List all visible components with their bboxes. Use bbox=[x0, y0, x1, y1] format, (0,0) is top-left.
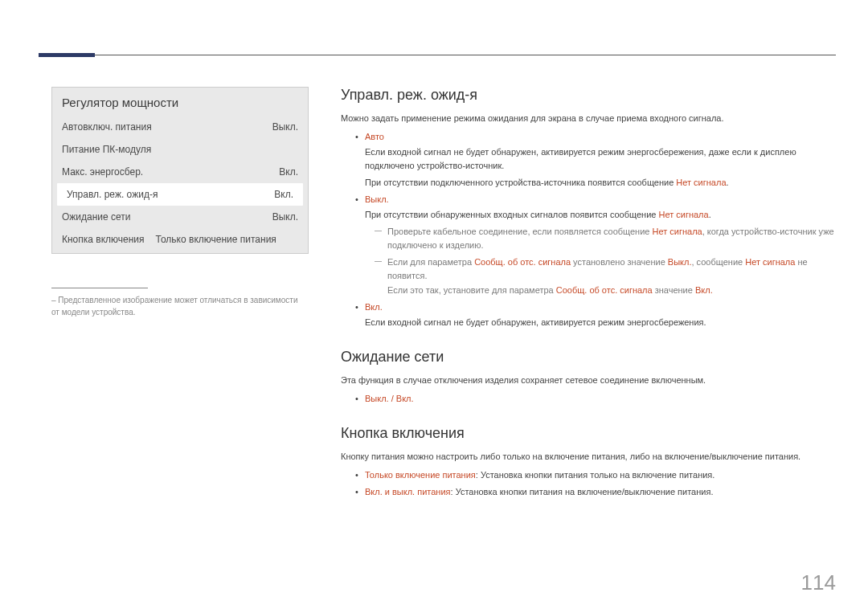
hl-on: Вкл. bbox=[695, 285, 713, 295]
option-on: Вкл. Если входной сигнал не будет обнару… bbox=[355, 300, 836, 329]
t: . bbox=[727, 178, 729, 187]
header-rule bbox=[39, 55, 836, 55]
hl-param: Сообщ. об отс. сигнала bbox=[474, 257, 571, 267]
row-label: Питание ПК-модуля bbox=[62, 144, 151, 155]
section-title-powerbtn: Кнопка включения bbox=[341, 425, 836, 442]
option-label: Вкл. и выкл. питания bbox=[365, 487, 451, 497]
option-desc: : Установка кнопки питания только на вкл… bbox=[476, 470, 715, 480]
hl-no-signal: Нет сигнала bbox=[676, 178, 726, 187]
t: Если для параметра bbox=[387, 257, 474, 267]
footnote-rule bbox=[51, 288, 148, 288]
hl-off: Выкл. bbox=[668, 257, 692, 267]
header-accent bbox=[39, 53, 95, 57]
option: Выкл. / Вкл. bbox=[355, 392, 836, 406]
t: При отсутствии обнаруженных входных сигн… bbox=[365, 210, 658, 219]
option-desc: При отсутствии обнаруженных входных сигн… bbox=[365, 208, 836, 222]
page-number: 114 bbox=[801, 570, 836, 595]
t: установлено значение bbox=[571, 257, 668, 267]
hl-no-signal: Нет сигнала bbox=[658, 210, 708, 219]
row-label: Макс. энергосбер. bbox=[62, 166, 143, 178]
panel-row-pc-module[interactable]: Питание ПК-модуля bbox=[52, 138, 308, 161]
panel-row-power-button[interactable]: Кнопка включения Только включение питани… bbox=[52, 228, 308, 253]
option-label: Авто bbox=[365, 132, 384, 141]
row-label: Ожидание сети bbox=[62, 211, 131, 223]
note: Если для параметра Сообщ. об отс. сигнал… bbox=[375, 255, 836, 296]
netstandby-intro: Эта функция в случае отключения изделия … bbox=[341, 374, 836, 387]
t: , сообщение bbox=[691, 257, 745, 267]
hl-no-signal: Нет сигнала bbox=[745, 257, 795, 267]
row-value: Только включение питания bbox=[156, 234, 276, 245]
hl-no-signal: Нет сигнала bbox=[653, 227, 702, 236]
left-column: Регулятор мощности Автовключ. питания Вы… bbox=[51, 87, 309, 502]
hl-param: Сообщ. об отс. сигнала bbox=[556, 285, 653, 295]
note: Проверьте кабельное соединение, если поя… bbox=[375, 225, 836, 252]
panel-row-auto-power[interactable]: Автовключ. питания Выкл. bbox=[52, 116, 308, 138]
netstandby-options: Выкл. / Вкл. bbox=[355, 392, 836, 406]
t: При отсутствии подключенного устройства-… bbox=[365, 178, 676, 187]
option-desc: Если входной сигнал не будет обнаружен, … bbox=[365, 316, 836, 329]
option-label: Только включение питания bbox=[365, 470, 476, 480]
option-desc: Если входной сигнал не будет обнаружен, … bbox=[365, 145, 836, 173]
row-label: Кнопка включения bbox=[62, 234, 145, 245]
panel-row-network-standby[interactable]: Ожидание сети Выкл. bbox=[52, 206, 308, 228]
option-auto: Авто Если входной сигнал не будет обнару… bbox=[355, 130, 836, 190]
t: Если это так, установите для параметра bbox=[387, 285, 556, 295]
standby-options: Авто Если входной сигнал не будет обнару… bbox=[355, 130, 836, 329]
page-container: Регулятор мощности Автовключ. питания Вы… bbox=[0, 0, 868, 502]
section-title-netstandby: Ожидание сети bbox=[341, 349, 836, 366]
standby-intro: Можно задать применение режима ожидания … bbox=[341, 112, 836, 125]
right-column: Управл. реж. ожид-я Можно задать примене… bbox=[341, 87, 836, 502]
t: . bbox=[709, 210, 711, 219]
section-standby: Управл. реж. ожид-я Можно задать примене… bbox=[341, 87, 836, 329]
option-power-on-only: Только включение питания: Установка кноп… bbox=[355, 468, 836, 482]
powerbtn-intro: Кнопку питания можно настроить либо толь… bbox=[341, 450, 836, 464]
option-off: Выкл. При отсутствии обнаруженных входны… bbox=[355, 193, 836, 296]
option-desc: При отсутствии подключенного устройства-… bbox=[365, 176, 836, 190]
option-notes: Проверьте кабельное соединение, если поя… bbox=[375, 225, 836, 296]
panel-row-standby-control[interactable]: Управл. реж. ожид-я Вкл. bbox=[57, 183, 303, 206]
panel-title: Регулятор мощности bbox=[52, 88, 308, 116]
row-value: Выкл. bbox=[272, 121, 298, 133]
option-label: Выкл. bbox=[365, 194, 389, 204]
t: значение bbox=[653, 285, 695, 295]
option-label: Вкл. bbox=[365, 302, 383, 312]
t: Проверьте кабельное соединение, если поя… bbox=[387, 227, 653, 236]
row-label: Автовключ. питания bbox=[62, 121, 152, 133]
row-value: Вкл. bbox=[279, 166, 298, 178]
row-label: Управл. реж. ожид-я bbox=[67, 189, 158, 200]
section-title-standby: Управл. реж. ожид-я bbox=[341, 87, 836, 104]
option-power-on-off: Вкл. и выкл. питания: Установка кнопки п… bbox=[355, 485, 836, 499]
settings-panel: Регулятор мощности Автовключ. питания Вы… bbox=[51, 87, 309, 254]
footnote-text: – Представленное изображение может отлич… bbox=[51, 295, 309, 318]
row-value: Вкл. bbox=[274, 189, 293, 200]
option-desc: : Установка кнопки питания на включение/… bbox=[451, 487, 714, 497]
panel-row-max-saving[interactable]: Макс. энергосбер. Вкл. bbox=[52, 161, 308, 183]
section-network-standby: Ожидание сети Эта функция в случае отклю… bbox=[341, 349, 836, 406]
row-value: Выкл. bbox=[272, 211, 298, 223]
option-label: Выкл. / Вкл. bbox=[365, 394, 414, 403]
powerbtn-options: Только включение питания: Установка кноп… bbox=[355, 468, 836, 499]
section-power-button: Кнопка включения Кнопку питания можно на… bbox=[341, 425, 836, 499]
